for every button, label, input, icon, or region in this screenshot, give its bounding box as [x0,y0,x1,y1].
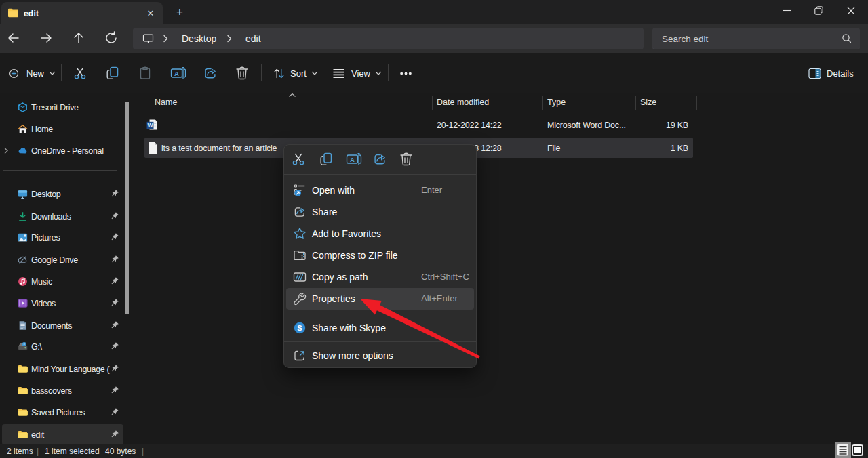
svg-text:A: A [174,70,179,77]
svg-text:S: S [297,324,302,332]
svg-text:W: W [148,122,154,129]
svg-text:A: A [350,156,355,163]
